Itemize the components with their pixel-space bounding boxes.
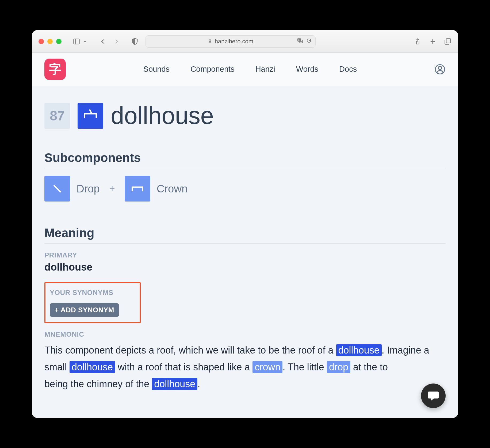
url-bar[interactable]: hanzihero.com <box>146 35 316 48</box>
plus-separator: + <box>109 183 115 194</box>
primary-meaning-value: dollhouse <box>44 261 446 273</box>
nav-docs[interactable]: Docs <box>339 65 357 74</box>
chevron-down-icon[interactable] <box>81 38 89 45</box>
maximize-window-button[interactable] <box>56 39 62 44</box>
svg-rect-2 <box>209 41 211 43</box>
mnemonic-highlight-dollhouse: dollhouse <box>70 361 115 373</box>
title-row: 87 dollhouse <box>44 102 446 130</box>
subcomponent-drop-label[interactable]: Drop <box>76 183 100 195</box>
mnemonic-highlight-dollhouse: dollhouse <box>336 344 382 356</box>
lock-icon <box>208 39 212 44</box>
nav-components[interactable]: Components <box>190 65 234 74</box>
site-header: 字 Sounds Components Hanzi Words Docs <box>32 53 458 86</box>
back-button[interactable] <box>99 38 106 45</box>
meaning-heading: Meaning <box>44 226 446 244</box>
svg-line-10 <box>90 110 91 113</box>
site-logo[interactable]: 字 <box>44 59 66 80</box>
shield-icon[interactable] <box>131 38 139 45</box>
forward-button[interactable] <box>113 38 120 45</box>
mnemonic-highlight-drop: drop <box>327 361 350 373</box>
svg-rect-0 <box>74 39 79 44</box>
component-number-badge: 87 <box>44 103 70 129</box>
chat-button[interactable] <box>421 384 446 408</box>
titlebar: hanzihero.com <box>32 30 458 53</box>
your-synonyms-label: YOUR SYNONYMS <box>50 288 135 297</box>
subcomponents-heading: Subcomponents <box>44 150 446 168</box>
close-window-button[interactable] <box>39 39 44 44</box>
sidebar-icon[interactable] <box>73 38 80 45</box>
svg-rect-7 <box>446 39 450 43</box>
page-content: 87 dollhouse Subcomponents Drop + Crown … <box>32 86 458 418</box>
mnemonic-text: This component depicts a roof, which we … <box>44 342 446 392</box>
svg-line-11 <box>54 185 60 192</box>
subcomponent-drop-icon[interactable] <box>44 176 70 202</box>
subcomponents-row: Drop + Crown <box>44 176 446 202</box>
tabs-icon[interactable] <box>444 38 451 45</box>
translate-icon[interactable] <box>297 38 303 45</box>
profile-icon[interactable] <box>434 64 446 75</box>
mnemonic-highlight-crown: crown <box>252 361 282 373</box>
subcomponent-crown-icon[interactable] <box>125 176 150 202</box>
window-controls <box>39 39 62 44</box>
page-title: dollhouse <box>111 102 214 130</box>
nav-sounds[interactable]: Sounds <box>143 65 170 74</box>
new-tab-icon[interactable] <box>429 38 437 45</box>
main-nav: Sounds Components Hanzi Words Docs <box>66 65 434 74</box>
nav-hanzi[interactable]: Hanzi <box>255 65 275 74</box>
browser-window: hanzihero.com 字 <box>32 30 458 418</box>
subcomponent-crown-label[interactable]: Crown <box>157 183 188 195</box>
mnemonic-highlight-dollhouse: dollhouse <box>152 378 197 390</box>
nav-words[interactable]: Words <box>296 65 318 74</box>
share-icon[interactable] <box>414 38 422 45</box>
component-glyph-badge <box>78 103 103 129</box>
mnemonic-label: MNEMONIC <box>44 330 446 339</box>
synonyms-highlight-box: YOUR SYNONYMS + ADD SYNONYM <box>44 282 141 323</box>
url-text: hanzihero.com <box>215 38 253 45</box>
reload-icon[interactable] <box>306 38 312 45</box>
minimize-window-button[interactable] <box>47 39 53 44</box>
primary-label: PRIMARY <box>44 251 446 259</box>
add-synonym-button[interactable]: + ADD SYNONYM <box>50 303 119 317</box>
svg-point-9 <box>438 66 442 69</box>
